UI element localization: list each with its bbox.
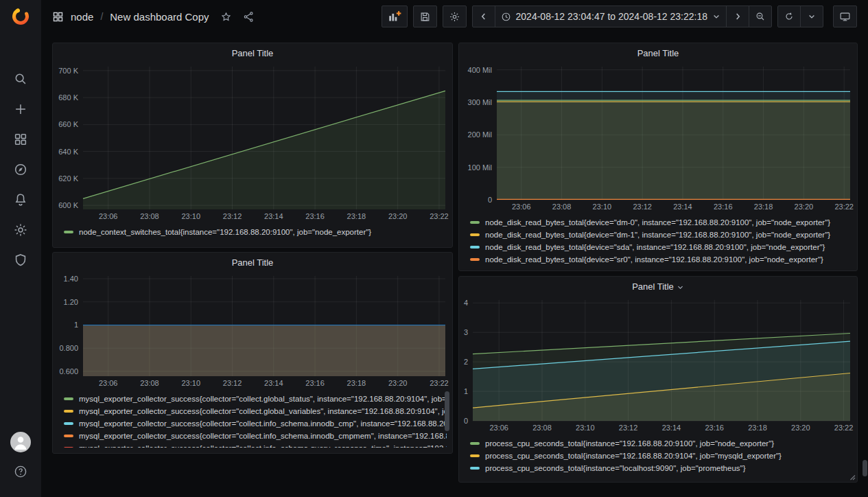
svg-text:23:06: 23:06 xyxy=(99,212,118,220)
chevron-down-icon xyxy=(808,12,816,21)
refresh-button[interactable] xyxy=(777,5,801,27)
series-color-marker xyxy=(64,435,73,437)
svg-text:23:16: 23:16 xyxy=(705,424,724,432)
legend-item[interactable]: process_cpu_seconds_total{instance="192.… xyxy=(470,437,852,450)
dashboard-grid: Panel Title 600 K620 K640 K660 K680 K700… xyxy=(41,33,868,497)
breadcrumb-folder[interactable]: node xyxy=(71,11,93,23)
grafana-flame-icon xyxy=(11,7,30,26)
panel-title[interactable]: Panel Title xyxy=(459,43,857,62)
time-range-back-button[interactable] xyxy=(472,5,495,27)
chart-legend: node_disk_read_bytes_total{device="dm-0"… xyxy=(459,212,857,266)
alerting-bell-icon[interactable] xyxy=(10,189,31,210)
legend-item[interactable]: node_context_switches_total{instance="19… xyxy=(64,226,447,238)
legend-item[interactable]: mysql_exporter_collector_success{collect… xyxy=(64,417,447,430)
legend-item[interactable]: mysql_exporter_collector_success{collect… xyxy=(64,442,447,448)
legend-item[interactable]: mysql_exporter_collector_success{collect… xyxy=(64,430,447,442)
svg-text:23:20: 23:20 xyxy=(388,379,408,387)
svg-text:600 K: 600 K xyxy=(58,201,78,209)
legend-label: mysql_exporter_collector_success{collect… xyxy=(79,419,447,428)
svg-text:23:22: 23:22 xyxy=(430,212,449,220)
refresh-interval-dropdown[interactable] xyxy=(800,5,823,27)
dashboard-title[interactable]: New dashboard Copy xyxy=(110,11,209,23)
legend-label: node_disk_read_bytes_total{device="sr0",… xyxy=(485,255,823,264)
svg-text:23:20: 23:20 xyxy=(791,424,810,432)
series-color-marker xyxy=(470,246,480,248)
svg-text:23:10: 23:10 xyxy=(576,424,595,432)
svg-text:1: 1 xyxy=(464,387,468,395)
legend-label: mysql_exporter_collector_success{collect… xyxy=(79,395,447,403)
apps-grid-icon[interactable] xyxy=(52,11,64,23)
timeseries-chart[interactable]: 0100 Mil200 Mil300 Mil400 Mil23:0623:082… xyxy=(459,62,857,212)
legend-scrollbar-thumb[interactable] xyxy=(445,391,449,431)
cycle-view-mode-button[interactable] xyxy=(833,5,857,27)
svg-text:23:14: 23:14 xyxy=(264,212,283,220)
add-panel-button[interactable] xyxy=(382,5,408,27)
sidebar xyxy=(0,0,41,497)
legend-item[interactable]: process_cpu_seconds_total{instance="loca… xyxy=(470,462,852,474)
share-icon[interactable] xyxy=(243,11,255,23)
svg-text:300 Mil: 300 Mil xyxy=(468,98,492,106)
svg-text:23:06: 23:06 xyxy=(512,203,531,211)
legend-item[interactable]: process_cpu_seconds_total{instance="192.… xyxy=(470,450,852,462)
save-dashboard-button[interactable] xyxy=(413,5,437,27)
dashboard-settings-button[interactable] xyxy=(443,5,467,27)
star-icon[interactable] xyxy=(220,11,232,23)
panel-title[interactable]: Panel Title xyxy=(53,43,452,62)
series-color-marker xyxy=(470,442,480,445)
chevron-down-icon xyxy=(712,12,720,21)
legend-item[interactable]: node_disk_read_bytes_total{device="sda",… xyxy=(470,241,852,253)
timeseries-chart[interactable]: 600 K620 K640 K660 K680 K700 K23:0623:08… xyxy=(53,62,452,222)
save-icon xyxy=(419,11,431,23)
time-range-picker[interactable]: 2024-08-12 23:04:47 to 2024-08-12 23:22:… xyxy=(495,5,727,27)
svg-text:23:12: 23:12 xyxy=(633,203,652,211)
svg-text:23:12: 23:12 xyxy=(619,424,638,432)
svg-text:23:16: 23:16 xyxy=(305,379,325,387)
chart-legend: node_context_switches_total{instance="19… xyxy=(53,222,452,238)
explore-compass-icon[interactable] xyxy=(10,159,31,180)
time-range-text: 2024-08-12 23:04:47 to 2024-08-12 23:22:… xyxy=(516,11,707,22)
server-admin-shield-icon[interactable] xyxy=(10,250,31,270)
svg-text:0: 0 xyxy=(464,417,468,425)
svg-text:23:14: 23:14 xyxy=(662,424,681,432)
legend-item[interactable]: mysql_exporter_collector_success{collect… xyxy=(64,405,447,417)
svg-text:23:18: 23:18 xyxy=(347,379,366,387)
timeseries-chart[interactable]: 0.6000.80011.201.4023:0623:0823:1023:122… xyxy=(53,272,452,389)
sidebar-bottom xyxy=(10,432,31,497)
time-range-forward-button[interactable] xyxy=(726,5,749,27)
panel-title[interactable]: Panel Title xyxy=(53,253,452,272)
svg-text:660 K: 660 K xyxy=(58,120,78,128)
svg-text:23:08: 23:08 xyxy=(552,203,572,211)
help-question-icon[interactable] xyxy=(10,461,31,482)
legend-label: process_cpu_seconds_total{instance="192.… xyxy=(485,439,774,448)
plus-create-icon[interactable] xyxy=(10,99,31,119)
series-color-marker xyxy=(470,233,480,236)
svg-text:23:10: 23:10 xyxy=(181,212,200,220)
svg-text:23:14: 23:14 xyxy=(264,379,283,387)
legend-label: mysql_exporter_collector_success{collect… xyxy=(79,407,447,415)
svg-text:23:22: 23:22 xyxy=(834,203,854,211)
configuration-gear-icon[interactable] xyxy=(10,220,31,240)
panel-resize-handle[interactable] xyxy=(849,474,856,481)
svg-text:23:16: 23:16 xyxy=(305,212,325,220)
grafana-app: node / New dashboard Copy xyxy=(0,0,868,497)
timeseries-chart[interactable]: 0123423:0623:0823:1023:1223:1423:1623:18… xyxy=(459,296,857,433)
svg-text:23:08: 23:08 xyxy=(140,212,159,220)
panel-mysql-collector-success: Panel Title 0.6000.80011.201.4023:0623:0… xyxy=(52,252,453,454)
svg-text:400 Mil: 400 Mil xyxy=(468,66,492,74)
user-avatar[interactable] xyxy=(10,432,31,452)
dashboards-grid-icon[interactable] xyxy=(10,129,31,150)
legend-item[interactable]: node_disk_read_bytes_total{device="sr0",… xyxy=(470,253,852,266)
panel-title[interactable]: Panel Title xyxy=(459,277,857,296)
legend-label: node_disk_read_bytes_total{device="dm-0"… xyxy=(485,218,830,227)
grafana-logo[interactable] xyxy=(0,0,41,33)
time-zoom-out-button[interactable] xyxy=(749,5,772,27)
legend-item[interactable]: mysql_exporter_collector_success{collect… xyxy=(64,393,447,405)
page-scrollbar-thumb[interactable] xyxy=(863,460,867,476)
series-color-marker xyxy=(64,231,73,233)
top-navbar: node / New dashboard Copy xyxy=(41,0,868,33)
tv-display-icon xyxy=(839,11,851,23)
legend-item[interactable]: node_disk_read_bytes_total{device="dm-1"… xyxy=(470,229,852,241)
breadcrumb-separator: / xyxy=(100,11,103,22)
search-icon[interactable] xyxy=(10,69,31,89)
legend-item[interactable]: node_disk_read_bytes_total{device="dm-0"… xyxy=(470,216,852,229)
